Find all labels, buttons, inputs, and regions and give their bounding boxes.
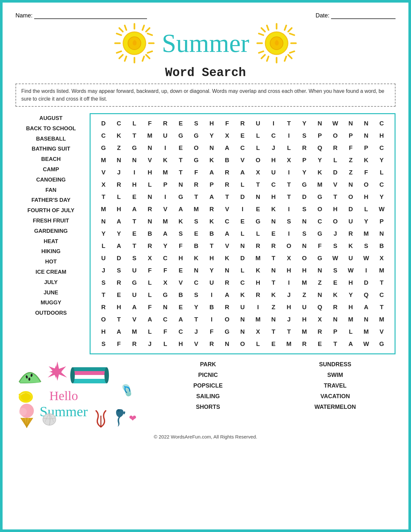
grid-cell: E bbox=[173, 142, 189, 154]
grid-cell: R bbox=[142, 240, 158, 252]
starfish-svg bbox=[46, 360, 69, 382]
flipflop-icon: 🩴 bbox=[118, 381, 137, 399]
word-list-item: FATHER'S DAY bbox=[31, 195, 70, 205]
grid-cell: C bbox=[220, 215, 235, 228]
grid-cell: M bbox=[297, 326, 312, 338]
grid-cell: S bbox=[127, 252, 142, 264]
grid-cell: P bbox=[312, 130, 328, 142]
grid-cell: T bbox=[189, 191, 204, 203]
grid-cell: L bbox=[142, 277, 158, 289]
grid-cell: W bbox=[374, 203, 389, 215]
svg-line-32 bbox=[267, 56, 269, 61]
svg-line-27 bbox=[285, 56, 286, 61]
grid-cell: H bbox=[297, 264, 312, 277]
svg-line-8 bbox=[125, 25, 126, 30]
grid-cell: F bbox=[111, 338, 127, 350]
grid-cell: T bbox=[204, 240, 220, 252]
grid-cell: I bbox=[250, 301, 266, 313]
grid-cell: S bbox=[297, 130, 312, 142]
grid-cell: A bbox=[173, 203, 189, 215]
grid-cell: C bbox=[374, 289, 389, 301]
grid-cell: S bbox=[328, 264, 343, 277]
svg-line-26 bbox=[267, 25, 269, 30]
grid-cell: T bbox=[173, 166, 189, 179]
grid-cell: I bbox=[204, 313, 220, 326]
grid-cell: V bbox=[173, 277, 189, 289]
decorative-area: ✦ bbox=[15, 359, 138, 430]
grid-cell: H bbox=[111, 301, 127, 313]
grid-cell: M bbox=[158, 215, 173, 228]
word-list-item: CAMP bbox=[43, 164, 59, 175]
grid-row: SFRJLHVRNOLEMRETAWG bbox=[96, 338, 389, 350]
grid-cell: L bbox=[374, 166, 389, 179]
grid-cell: Z bbox=[343, 166, 358, 179]
grid-cell: H bbox=[266, 191, 281, 203]
grid-cell: H bbox=[204, 252, 220, 264]
grid-cell: W bbox=[328, 252, 343, 264]
grid-cell: Y bbox=[204, 264, 220, 277]
grid-cell: Y bbox=[297, 166, 312, 179]
grid-cell: M bbox=[281, 338, 297, 350]
grid-cell: N bbox=[250, 191, 266, 203]
grid-cell: Y bbox=[158, 240, 173, 252]
grid-cell: J bbox=[189, 326, 204, 338]
grid-cell: B bbox=[204, 228, 220, 240]
grid-cell: E bbox=[173, 301, 189, 313]
grid-cell: C bbox=[235, 277, 250, 289]
word-list-item: BATHING SUIT bbox=[32, 144, 70, 154]
svg-line-24 bbox=[288, 28, 292, 32]
grid-cell: W bbox=[358, 338, 374, 350]
word-grid: DCLFRESHFRUITYNWNNCCKTMUGGYXELCISPOPNHGZ… bbox=[96, 117, 389, 350]
grid-cell: V bbox=[235, 154, 250, 166]
grid-cell: P bbox=[158, 179, 173, 191]
svg-line-12 bbox=[117, 34, 121, 35]
date-underline[interactable] bbox=[331, 13, 396, 19]
grid-cell: Y bbox=[343, 289, 358, 301]
grid-cell: E bbox=[189, 228, 204, 240]
grid-row: DCLFRESHFRUITYNWNNC bbox=[96, 117, 389, 130]
word-list-item: MUGGY bbox=[41, 298, 61, 308]
grid-cell: U bbox=[127, 264, 142, 277]
grid-cell: E bbox=[266, 338, 281, 350]
grid-cell: H bbox=[343, 277, 358, 289]
grid-cell: X bbox=[250, 166, 266, 179]
grid-cell: N bbox=[142, 191, 158, 203]
grid-cell: T bbox=[281, 191, 297, 203]
grid-cell: F bbox=[204, 326, 220, 338]
hello-text: Hello bbox=[40, 388, 88, 403]
grid-cell: H bbox=[328, 203, 343, 215]
grid-cell: O bbox=[328, 130, 343, 142]
svg-rect-42 bbox=[72, 371, 107, 375]
grid-cell: E bbox=[250, 203, 266, 215]
grid-cell: T bbox=[96, 191, 111, 203]
grid-cell: L bbox=[127, 117, 142, 130]
grid-cell: T bbox=[281, 179, 297, 191]
grid-cell: L bbox=[358, 203, 374, 215]
grid-cell: V bbox=[328, 179, 343, 191]
svg-point-49 bbox=[19, 394, 21, 396]
grid-cell: H bbox=[111, 203, 127, 215]
grid-cell: F bbox=[173, 240, 189, 252]
grid-cell: H bbox=[127, 179, 142, 191]
grid-cell: S bbox=[111, 264, 127, 277]
grid-cell: N bbox=[358, 130, 374, 142]
name-underline[interactable] bbox=[34, 13, 147, 19]
grid-cell: K bbox=[266, 289, 281, 301]
grid-cell: S bbox=[281, 215, 297, 228]
page: Name: Date: bbox=[0, 0, 411, 532]
grid-cell: Y bbox=[374, 154, 389, 166]
grid-cell: G bbox=[96, 142, 111, 154]
grid-cell: I bbox=[358, 264, 374, 277]
grid-cell: A bbox=[204, 166, 220, 179]
grid-cell: T bbox=[266, 252, 281, 264]
grid-cell: T bbox=[266, 277, 281, 289]
grid-cell: E bbox=[235, 130, 250, 142]
grid-cell: J bbox=[142, 338, 158, 350]
svg-line-25 bbox=[261, 55, 265, 58]
grid-cell: T bbox=[111, 313, 127, 326]
svg-line-15 bbox=[142, 25, 144, 30]
svg-point-38 bbox=[28, 378, 30, 381]
grid-cell: L bbox=[142, 179, 158, 191]
grid-cell: B bbox=[142, 228, 158, 240]
grid-cell: H bbox=[297, 313, 312, 326]
